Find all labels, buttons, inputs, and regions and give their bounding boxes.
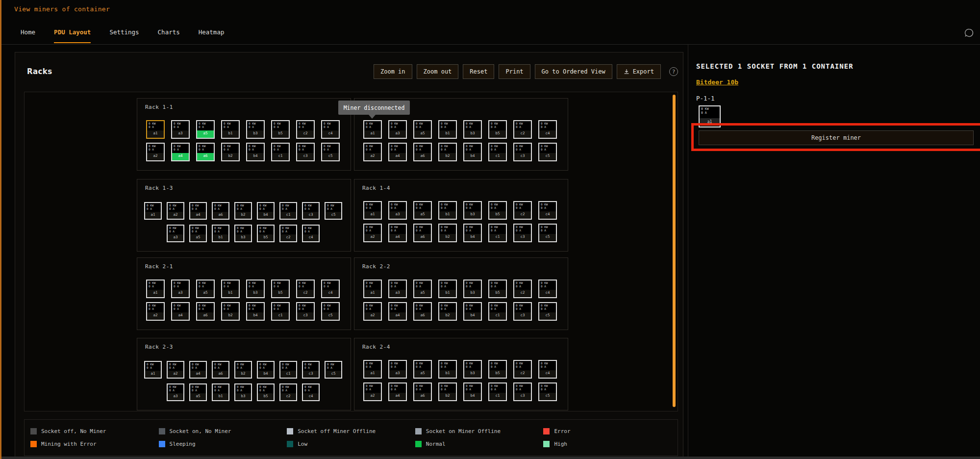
socket-c4[interactable]: 0 KW0 Ac4: [302, 225, 320, 242]
socket-a3[interactable]: 0 KW0 Aa3: [171, 280, 190, 298]
tab-heatmap[interactable]: Heatmap: [199, 28, 225, 43]
socket-a4[interactable]: 0 KW0 Aa4: [189, 202, 207, 220]
socket-a2[interactable]: 0 KW0 Aa2: [146, 143, 165, 161]
racks-scrollbar-thumb[interactable]: [673, 95, 676, 407]
socket-c5[interactable]: 0 KW0 Ac5: [538, 382, 557, 401]
zoom-out-button[interactable]: Zoom out: [417, 64, 459, 79]
socket-a2[interactable]: 0 KW0 Aa2: [363, 224, 382, 242]
socket-c3[interactable]: 0 KW0 Ac3: [513, 143, 532, 161]
socket-c4[interactable]: 0 KW0 Ac4: [302, 383, 320, 401]
socket-c1[interactable]: 0 KW0 Ac1: [488, 143, 507, 161]
socket-b5[interactable]: 0 KW0 Ab5: [488, 120, 507, 139]
socket-c2[interactable]: 0 KW0 Ac2: [296, 120, 315, 139]
socket-b1[interactable]: 0 KW0 Ab1: [212, 383, 229, 401]
socket-a6[interactable]: 0 KW0 Aa6: [413, 224, 432, 242]
socket-a3[interactable]: 0 KW0 Aa3: [167, 225, 184, 242]
socket-a6[interactable]: 0 KW0 Aa6: [212, 361, 229, 379]
socket-a6[interactable]: 0 KW0 Aa6: [196, 143, 215, 161]
socket-b5[interactable]: 0 KW0 Ab5: [488, 360, 507, 379]
socket-c5[interactable]: 0 KW0 Ac5: [325, 202, 342, 220]
socket-c3[interactable]: 0 KW0 Ac3: [513, 302, 532, 321]
socket-a2[interactable]: 0 KW0 Aa2: [146, 302, 165, 321]
socket-c3[interactable]: 0 KW0 Ac3: [296, 143, 315, 161]
socket-a1[interactable]: 0 KW0 Aa1: [144, 202, 162, 220]
socket-a4[interactable]: 0 KW0 Aa4: [171, 302, 190, 321]
socket-b3[interactable]: 0 KW0 Ab3: [463, 120, 482, 139]
socket-a4[interactable]: 0 KW0 Aa4: [388, 382, 407, 401]
socket-c2[interactable]: 0 KW0 Ac2: [296, 280, 315, 298]
socket-a5[interactable]: 0 KW0 Aa5: [413, 280, 432, 298]
socket-c4[interactable]: 0 KW0 Ac4: [538, 201, 557, 220]
selected-socket-thumbnail[interactable]: 0 KW 0 A a1: [699, 105, 721, 128]
socket-c2[interactable]: 0 KW0 Ac2: [279, 225, 297, 242]
socket-a6[interactable]: 0 KW0 Aa6: [413, 143, 432, 161]
socket-b5[interactable]: 0 KW0 Ab5: [488, 280, 507, 298]
socket-b4[interactable]: 0 KW0 Ab4: [463, 382, 482, 401]
socket-b1[interactable]: 0 KW0 Ab1: [438, 120, 457, 139]
socket-a3[interactable]: 0 KW0 Aa3: [388, 280, 407, 298]
socket-b5[interactable]: 0 KW0 Ab5: [271, 280, 290, 298]
socket-b3[interactable]: 0 KW0 Ab3: [246, 280, 265, 298]
socket-c2[interactable]: 0 KW0 Ac2: [513, 120, 532, 139]
socket-a5[interactable]: 0 KW0 Aa5: [413, 201, 432, 220]
help-icon[interactable]: ?: [669, 67, 678, 76]
socket-b4[interactable]: 0 KW0 Ab4: [257, 202, 275, 220]
socket-c1[interactable]: 0 KW0 Ac1: [271, 302, 290, 321]
socket-c4[interactable]: 0 KW0 Ac4: [321, 280, 340, 298]
socket-b1[interactable]: 0 KW0 Ab1: [438, 360, 457, 379]
socket-b2[interactable]: 0 KW0 Ab2: [221, 302, 240, 321]
go-to-ordered-view-button[interactable]: Go to Ordered View: [535, 64, 612, 79]
socket-a6[interactable]: 0 KW0 Aa6: [212, 202, 229, 220]
socket-b3[interactable]: 0 KW0 Ab3: [234, 383, 252, 401]
socket-b1[interactable]: 0 KW0 Ab1: [221, 120, 240, 139]
socket-a3[interactable]: 0 KW0 Aa3: [388, 201, 407, 220]
export-button[interactable]: Export: [617, 64, 661, 79]
tab-charts[interactable]: Charts: [158, 28, 180, 43]
socket-a5[interactable]: 0 KW0 Aa5: [196, 120, 215, 139]
socket-a1[interactable]: 0 KW0 Aa1: [144, 361, 162, 379]
socket-b4[interactable]: 0 KW0 Ab4: [246, 302, 265, 321]
socket-b1[interactable]: 0 KW0 Ab1: [438, 201, 457, 220]
socket-a5[interactable]: 0 KW0 Aa5: [196, 280, 215, 298]
socket-a5[interactable]: 0 KW0 Aa5: [189, 225, 207, 242]
socket-b5[interactable]: 0 KW0 Ab5: [257, 383, 275, 401]
socket-b3[interactable]: 0 KW0 Ab3: [463, 360, 482, 379]
socket-b2[interactable]: 0 KW0 Ab2: [438, 382, 457, 401]
socket-c5[interactable]: 0 KW0 Ac5: [321, 143, 340, 161]
socket-a6[interactable]: 0 KW0 Aa6: [413, 302, 432, 321]
socket-b3[interactable]: 0 KW0 Ab3: [234, 225, 252, 242]
socket-b2[interactable]: 0 KW0 Ab2: [234, 202, 252, 220]
socket-c2[interactable]: 0 KW0 Ac2: [513, 360, 532, 379]
socket-a2[interactable]: 0 KW0 Aa2: [167, 202, 184, 220]
socket-c4[interactable]: 0 KW0 Ac4: [538, 360, 557, 379]
socket-a2[interactable]: 0 KW0 Aa2: [167, 361, 184, 379]
socket-a1[interactable]: 0 KW0 Aa1: [146, 280, 165, 298]
socket-c4[interactable]: 0 KW0 Ac4: [321, 120, 340, 139]
tab-home[interactable]: Home: [21, 28, 35, 43]
socket-a3[interactable]: 0 KW0 Aa3: [388, 360, 407, 379]
socket-a6[interactable]: 0 KW0 Aa6: [413, 382, 432, 401]
socket-c2[interactable]: 0 KW0 Ac2: [279, 383, 297, 401]
socket-a4[interactable]: 0 KW0 Aa4: [189, 361, 207, 379]
socket-a1[interactable]: 0 KW0 Aa1: [363, 120, 382, 139]
socket-c2[interactable]: 0 KW0 Ac2: [513, 201, 532, 220]
socket-b1[interactable]: 0 KW0 Ab1: [438, 280, 457, 298]
racks-viewport[interactable]: Miner disconnected Rack 1-10 KW0 Aa10 KW…: [24, 92, 678, 411]
socket-b3[interactable]: 0 KW0 Ab3: [463, 280, 482, 298]
socket-c3[interactable]: 0 KW0 Ac3: [296, 302, 315, 321]
socket-b3[interactable]: 0 KW0 Ab3: [246, 120, 265, 139]
socket-b5[interactable]: 0 KW0 Ab5: [271, 120, 290, 139]
tab-settings[interactable]: Settings: [109, 28, 139, 43]
socket-c1[interactable]: 0 KW0 Ac1: [488, 224, 507, 242]
socket-c5[interactable]: 0 KW0 Ac5: [325, 361, 342, 379]
socket-b4[interactable]: 0 KW0 Ab4: [463, 302, 482, 321]
socket-c4[interactable]: 0 KW0 Ac4: [538, 120, 557, 139]
socket-a3[interactable]: 0 KW0 Aa3: [388, 120, 407, 139]
socket-a2[interactable]: 0 KW0 Aa2: [363, 382, 382, 401]
socket-b4[interactable]: 0 KW0 Ab4: [246, 143, 265, 161]
socket-a4[interactable]: 0 KW0 Aa4: [388, 224, 407, 242]
socket-a2[interactable]: 0 KW0 Aa2: [363, 143, 382, 161]
socket-c5[interactable]: 0 KW0 Ac5: [321, 302, 340, 321]
socket-b2[interactable]: 0 KW0 Ab2: [438, 143, 457, 161]
socket-b3[interactable]: 0 KW0 Ab3: [463, 201, 482, 220]
